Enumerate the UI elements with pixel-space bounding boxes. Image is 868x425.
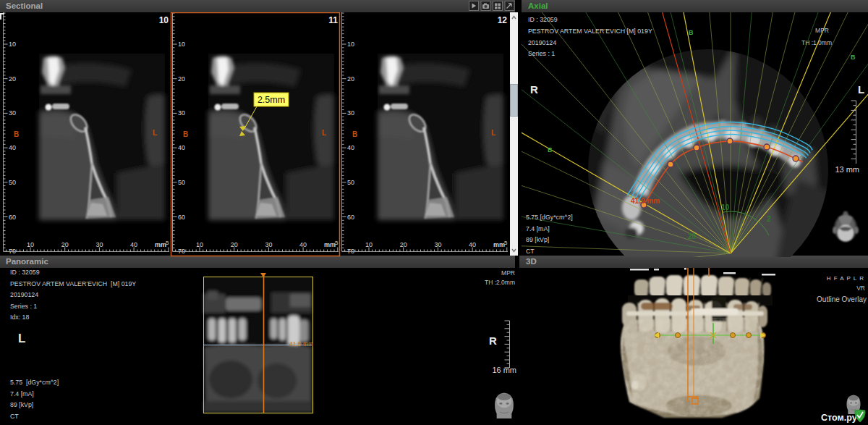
svg-text:20: 20	[688, 232, 697, 240]
svg-text:L: L	[491, 129, 495, 137]
svg-text:40: 40	[347, 144, 354, 151]
svg-text:40: 40	[9, 144, 16, 151]
svg-text:20: 20	[9, 75, 16, 83]
svg-text:30: 30	[265, 241, 272, 248]
svg-text:10: 10	[9, 41, 16, 48]
svg-text:20: 20	[400, 241, 407, 248]
svg-text:10: 10	[159, 15, 169, 25]
svg-text:VR: VR	[856, 285, 865, 292]
svg-text:mm: mm	[155, 241, 166, 248]
svg-text:60: 60	[347, 214, 354, 221]
svg-text:10: 10	[721, 203, 730, 211]
svg-text:mm: mm	[324, 241, 336, 248]
svg-text:5: 5	[166, 240, 169, 246]
svg-text:B: B	[851, 54, 856, 61]
svg-text:7.4 [mA]: 7.4 [mA]	[526, 225, 550, 232]
svg-text:40: 40	[178, 144, 185, 151]
svg-text:30: 30	[95, 241, 103, 248]
svg-text:10: 10	[178, 41, 185, 48]
svg-text:B: B	[689, 29, 694, 36]
svg-text:41.9 mm: 41.9 mm	[289, 340, 313, 348]
svg-text:10: 10	[365, 241, 373, 248]
svg-text:11: 11	[328, 15, 338, 25]
svg-text:L: L	[153, 129, 157, 137]
svg-text:89 [kVp]: 89 [kVp]	[526, 236, 549, 243]
svg-text:5.75 [dGy*cm^2]: 5.75 [dGy*cm^2]	[526, 214, 573, 221]
svg-text:50: 50	[347, 179, 354, 186]
svg-text:13 mm: 13 mm	[835, 165, 859, 174]
svg-text:Стом.ру: Стом.ру	[821, 413, 857, 423]
svg-text:mm: mm	[493, 241, 505, 248]
svg-text:20: 20	[231, 241, 238, 248]
svg-text:TH :1.0mm: TH :1.0mm	[801, 39, 832, 46]
svg-text:B: B	[14, 130, 19, 138]
svg-text:10: 10	[347, 41, 354, 48]
svg-text:R: R	[530, 83, 538, 96]
svg-text:20: 20	[61, 241, 69, 248]
svg-text:L: L	[858, 83, 864, 96]
svg-text:Series : 1: Series : 1	[528, 50, 555, 57]
svg-text:30: 30	[178, 109, 185, 117]
svg-text:B: B	[352, 130, 357, 138]
svg-text:CT: CT	[526, 248, 535, 255]
svg-text:H F A P L R: H F A P L R	[827, 275, 864, 282]
svg-text:20: 20	[347, 75, 354, 83]
svg-text:40: 40	[469, 241, 476, 248]
svg-text:60: 60	[9, 214, 16, 221]
svg-text:20190124: 20190124	[528, 39, 556, 46]
svg-text:30: 30	[9, 109, 16, 117]
svg-text:30: 30	[347, 109, 354, 117]
svg-text:40: 40	[299, 241, 307, 248]
svg-text:B: B	[548, 146, 553, 153]
svg-text:12: 12	[498, 15, 508, 25]
svg-text:60: 60	[178, 214, 185, 221]
svg-text:5: 5	[335, 240, 339, 246]
svg-text:ID : 32059: ID : 32059	[528, 16, 558, 23]
svg-text:10: 10	[27, 241, 34, 248]
svg-text:5: 5	[504, 240, 508, 246]
svg-text:L: L	[322, 129, 326, 137]
svg-text:MPR: MPR	[815, 27, 829, 34]
svg-text:50: 50	[9, 179, 16, 186]
svg-text:30: 30	[434, 241, 441, 248]
svg-text:2.5mm: 2.5mm	[258, 95, 285, 105]
svg-text:41.9 mm: 41.9 mm	[631, 197, 660, 205]
svg-text:10: 10	[196, 241, 203, 248]
svg-text:50: 50	[178, 179, 185, 186]
svg-text:PESTROV ARTEM VALER’EVICH [M]: PESTROV ARTEM VALER’EVICH [M] 019Y	[528, 28, 652, 35]
svg-text:B: B	[183, 130, 188, 138]
svg-text:20: 20	[178, 75, 185, 83]
svg-text:40: 40	[130, 241, 137, 248]
svg-text:2: 2	[767, 215, 771, 223]
svg-text:Outline Overlay: Outline Overlay	[817, 295, 867, 303]
